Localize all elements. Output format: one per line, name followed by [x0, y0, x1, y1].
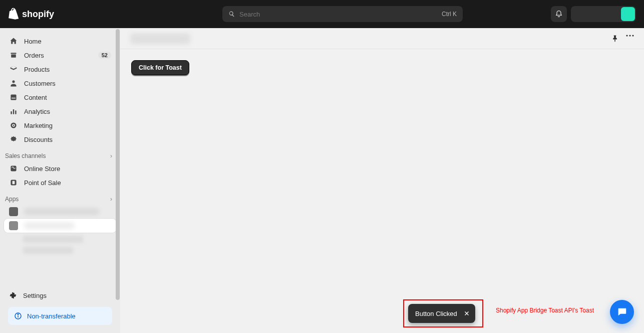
svg-point-10	[13, 125, 14, 126]
app-sublabel-redacted	[23, 236, 83, 243]
chevron-right-icon: ›	[110, 196, 112, 203]
notifications-button[interactable]	[551, 6, 567, 22]
store-icon	[9, 164, 18, 173]
section-label: Apps	[5, 196, 19, 203]
home-icon	[9, 37, 18, 46]
app-sublabel-redacted	[23, 247, 73, 254]
nav-marketing[interactable]: Marketing	[4, 118, 116, 132]
pin-icon[interactable]	[611, 35, 619, 43]
settings-label: Settings	[23, 292, 47, 299]
nav-discounts[interactable]: Discounts	[4, 132, 116, 146]
nav-label: Online Store	[24, 165, 60, 173]
store-avatar	[621, 7, 635, 21]
page-header	[120, 28, 644, 49]
non-transferable-banner[interactable]: Non-transferable	[8, 307, 112, 325]
orders-icon	[9, 51, 18, 60]
svg-point-16	[18, 314, 18, 314]
sidebar-scrollbar[interactable]	[115, 28, 120, 299]
svg-point-17	[626, 35, 627, 36]
search-box[interactable]: Ctrl K	[222, 6, 463, 22]
bell-icon	[555, 10, 563, 18]
nav-label: Analytics	[24, 108, 50, 115]
non-transferable-label: Non-transferable	[27, 312, 76, 320]
click-for-toast-button[interactable]: Click for Toast	[131, 60, 189, 75]
nav-orders[interactable]: Orders 52	[4, 48, 116, 62]
close-icon	[463, 310, 470, 317]
topbar: shopify Ctrl K	[0, 0, 644, 28]
nav-label: Products	[24, 66, 50, 73]
brand-text: shopify	[22, 9, 54, 20]
nav-label: Marketing	[24, 122, 53, 129]
svg-rect-7	[15, 110, 16, 114]
customers-icon	[9, 79, 18, 88]
section-label: Sales channels	[5, 152, 46, 159]
app-icon	[9, 221, 18, 230]
nav-analytics[interactable]: Analytics	[4, 104, 116, 118]
app-item-2-active[interactable]: xxxxxxxxxx	[4, 219, 116, 233]
svg-rect-13	[13, 181, 15, 184]
svg-rect-5	[11, 111, 12, 114]
sidebar: Home Orders 52 Products Customers	[0, 28, 120, 333]
discounts-icon	[9, 135, 18, 144]
apps-header[interactable]: Apps ›	[0, 192, 120, 205]
marketing-icon	[9, 121, 18, 130]
chevron-right-icon: ›	[110, 152, 112, 159]
app-icon	[9, 207, 18, 216]
store-switcher[interactable]	[571, 6, 636, 22]
orders-badge: 52	[98, 52, 111, 59]
svg-rect-1	[11, 54, 16, 57]
nav-home[interactable]: Home	[4, 34, 116, 48]
app-item-1[interactable]: xxxxxxxxxxxxxx	[4, 205, 116, 219]
nav-customers[interactable]: Customers	[4, 76, 116, 90]
chat-icon	[616, 306, 627, 317]
toast-message: Button Clicked	[415, 310, 457, 317]
search-shortcut: Ctrl K	[442, 11, 457, 18]
svg-rect-4	[12, 98, 16, 99]
toast: Button Clicked	[408, 304, 475, 323]
more-icon[interactable]	[626, 35, 634, 43]
nav-label: Point of Sale	[24, 179, 61, 187]
channel-point-of-sale[interactable]: Point of Sale	[4, 176, 116, 190]
nav-label: Discounts	[24, 136, 53, 143]
svg-rect-0	[11, 53, 16, 54]
search-icon	[228, 11, 235, 18]
products-icon	[9, 65, 18, 74]
svg-point-2	[12, 80, 15, 83]
svg-point-18	[629, 35, 630, 36]
app-label-redacted: xxxxxxxxxx	[24, 223, 74, 229]
nav-label: Content	[24, 94, 47, 101]
nav-products[interactable]: Products	[4, 62, 116, 76]
sales-channels-header[interactable]: Sales channels ›	[0, 148, 120, 161]
pos-icon	[9, 178, 18, 187]
svg-rect-3	[11, 94, 16, 100]
nav-label: Home	[24, 38, 42, 45]
shopify-logo[interactable]: shopify	[8, 8, 54, 21]
analytics-icon	[9, 107, 18, 116]
shopify-bag-icon	[8, 8, 19, 21]
annotation-label: Shopify App Bridge Toast API's Toast	[496, 307, 594, 314]
nav-settings[interactable]: Settings	[4, 288, 116, 303]
page-title-redacted	[130, 33, 190, 44]
topbar-right	[551, 6, 636, 22]
main-content: Click for Toast Button Clicked Shopify A…	[120, 28, 644, 333]
app-label-redacted: xxxxxxxxxxxxxx	[24, 209, 99, 215]
info-icon	[14, 312, 22, 320]
channel-online-store[interactable]: Online Store	[4, 161, 116, 176]
toast-close-button[interactable]	[463, 310, 470, 317]
svg-point-19	[632, 35, 633, 36]
gear-icon	[9, 291, 17, 299]
content-icon	[9, 93, 18, 102]
nav-label: Orders	[24, 52, 44, 59]
search-input[interactable]	[239, 11, 438, 18]
chat-fab[interactable]	[610, 300, 634, 324]
svg-rect-6	[13, 109, 14, 114]
nav-label: Customers	[24, 80, 56, 87]
nav-content[interactable]: Content	[4, 90, 116, 104]
search-wrap: Ctrl K	[222, 6, 463, 22]
